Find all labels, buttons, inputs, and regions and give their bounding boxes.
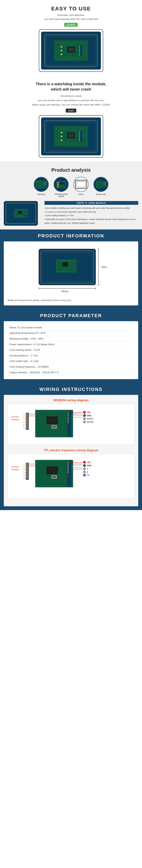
svg-point-21 [61, 139, 63, 141]
param-label-7: Card reading frequency：13.56MHz [9, 364, 53, 370]
svg-point-5 [61, 50, 63, 52]
svg-rect-170 [68, 467, 69, 468]
back-badge: back [66, 108, 76, 113]
svg-rect-120 [68, 417, 69, 418]
param-row-4: Card reading speed：<0.2S [9, 347, 133, 353]
svg-rect-56 [105, 182, 106, 183]
product-info-content: 40mm 65mm ■ Manual measurement, please u… [4, 241, 138, 305]
svg-rect-8 [79, 46, 80, 46]
param-row-1: Operating temperature:0℃~45℃ [9, 331, 133, 336]
svg-rect-27 [79, 137, 80, 138]
svg-text:⑤: ⑤ [84, 475, 85, 476]
watchdog-title: There is a watchdog inside the module, w… [6, 81, 136, 92]
svg-rect-38 [45, 183, 46, 184]
icon-smart-chip: Smart chip [93, 177, 109, 197]
svg-rect-104 [26, 423, 28, 424]
svg-text:ANTENNA: ANTENNA [11, 466, 19, 468]
measure-note: ■ Manual measurement, please understand … [8, 299, 134, 302]
svg-text:5: 5 [24, 474, 25, 476]
svg-point-165 [54, 476, 56, 478]
param-label-6: Card reader type：IC card [9, 359, 53, 364]
svg-rect-103 [26, 421, 28, 422]
svg-point-4 [61, 46, 63, 48]
svg-rect-48 [77, 182, 85, 187]
svg-rect-7 [79, 45, 82, 56]
svg-text:4: 4 [24, 471, 25, 473]
param-row-7: Card reading frequency：13.56MHz [9, 364, 133, 370]
mini-antenna [6, 203, 36, 224]
pcb-chip [54, 40, 88, 61]
svg-rect-167 [68, 462, 69, 463]
frame-circle [73, 177, 88, 192]
svg-rect-42 [60, 183, 63, 184]
svg-rect-152 [26, 469, 28, 470]
svg-rect-1 [59, 44, 83, 57]
svg-rect-162 [47, 467, 57, 473]
svg-text:40mm: 40mm [101, 266, 107, 269]
svg-rect-13 [79, 53, 80, 54]
analysis-card-img [4, 201, 42, 226]
easy-desc2: can send automatically when the card is … [4, 17, 138, 21]
icon-interface-label: interface [33, 193, 50, 195]
svg-point-45 [57, 186, 59, 187]
param-title: PRODUCT PARAMETER [4, 313, 138, 318]
svg-rect-33 [43, 182, 44, 183]
svg-rect-23 [79, 131, 80, 132]
svg-rect-25 [79, 134, 80, 135]
svg-rect-117 [68, 412, 69, 413]
svg-rect-9 [79, 47, 80, 48]
icon-interface: interface [33, 177, 50, 197]
feature-1: Anti-metallic shielding and card reader … [44, 206, 138, 210]
pcb-svg [58, 43, 84, 58]
watchdog-section: There is a watchdog inside the module, w… [0, 75, 142, 161]
feature-3: Card reading distance: 3~7cm [44, 214, 138, 218]
dimension-diagram: 40mm 65mm [35, 245, 107, 293]
svg-rect-17 [67, 133, 75, 138]
analysis-info-box: SWIPE IC CARD MODULE Anti-metallic shiel… [44, 201, 138, 225]
svg-rect-151 [26, 467, 28, 468]
param-label-1: Operating temperature:0℃~45℃ [9, 331, 53, 336]
svg-rect-29 [79, 141, 80, 141]
svg-text:①: ① [84, 412, 85, 413]
svg-rect-14 [79, 55, 80, 56]
svg-rect-54 [104, 184, 105, 185]
svg-rect-12 [79, 52, 80, 53]
svg-rect-18 [68, 133, 74, 137]
svg-point-164 [52, 476, 54, 478]
svg-rect-76 [74, 261, 75, 262]
feature-4: Applicable to access control (time atten… [44, 218, 138, 225]
svg-rect-39 [45, 184, 46, 185]
wg-wiring-svg: ANTENNA ANTENNA 1 2 3 4 5 6 [11, 407, 139, 441]
svg-text:2: 2 [24, 416, 25, 418]
svg-text:4: 4 [24, 422, 25, 423]
svg-text:1: 1 [24, 413, 25, 415]
svg-rect-155 [26, 475, 28, 476]
svg-rect-26 [79, 136, 80, 137]
svg-text:ANTENNA: ANTENNA [11, 419, 19, 421]
svg-text:DATA1: DATA1 [87, 417, 93, 420]
product-info-section: PRODUCT INFORMATION [0, 229, 142, 309]
svg-rect-28 [79, 139, 80, 140]
wiring-title: WIRING INSTRUCTIONS [4, 387, 138, 392]
icon-smart-chip-label: Smart chip [93, 193, 109, 195]
svg-rect-150 [26, 465, 28, 466]
svg-text:TX: TX [87, 474, 90, 476]
product-analysis-section: Product analysis interface [0, 161, 142, 229]
param-row-5: Sensing distance：3~7cm [9, 353, 133, 359]
watchdog-desc1: According to needs [6, 94, 136, 98]
svg-text:③: ③ [84, 468, 85, 470]
watchdog-desc3: When using uart interface, you can choos… [6, 102, 136, 107]
svg-text:③: ③ [84, 418, 85, 420]
svg-rect-105 [26, 425, 28, 426]
svg-rect-58 [105, 184, 106, 185]
svg-rect-118 [68, 413, 69, 414]
svg-point-19 [61, 132, 63, 133]
svg-text:3: 3 [87, 468, 88, 470]
svg-rect-112 [47, 417, 57, 423]
svg-rect-36 [43, 186, 44, 186]
svg-text:6: 6 [24, 477, 25, 478]
svg-rect-169 [68, 465, 69, 466]
param-label-0: Name: IC card reader module [9, 325, 53, 331]
svg-rect-173 [68, 472, 69, 473]
svg-rect-11 [79, 50, 80, 51]
